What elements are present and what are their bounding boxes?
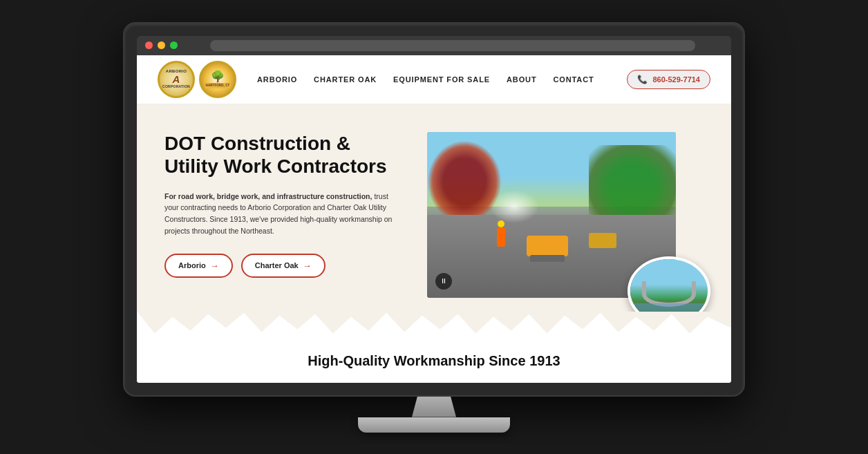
charter-oak-button[interactable]: Charter Oak → [241,254,326,278]
steam-effect [489,190,539,223]
monitor-wrapper: ARBORIO A CORPORATION 🌳 HARTFORD, CT [123,22,745,433]
phone-button[interactable]: 📞 860-529-7714 [627,70,710,89]
worker-body [497,227,505,247]
browser-chrome [137,36,731,55]
phone-icon: 📞 [637,75,648,84]
bridge-thumbnail [628,256,710,312]
tagline-text: High-Quality Workmanship Since 1913 [151,353,717,369]
arborio-arrow-icon: → [210,261,219,271]
worker-head [498,220,504,227]
arborio-button[interactable]: Arborio → [164,254,233,278]
hero-text-content: DOT Construction & Utility Work Contract… [164,132,399,312]
machinery-2 [589,233,616,248]
monitor-neck [406,397,462,417]
pause-icon: ⏸ [440,277,447,285]
minimize-button[interactable] [158,41,165,49]
arborio-button-label: Arborio [178,261,206,269]
hero-title: DOT Construction & Utility Work Contract… [164,132,399,178]
monitor-base [358,417,510,433]
torn-paper-divider [137,312,731,339]
address-bar[interactable] [210,40,695,51]
close-button[interactable] [145,41,153,49]
navigation: ARBORIO A CORPORATION 🌳 HARTFORD, CT [137,55,731,104]
phone-number: 860-529-7714 [652,75,700,84]
pause-button[interactable]: ⏸ [435,273,452,290]
website-screen: ARBORIO A CORPORATION 🌳 HARTFORD, CT [137,55,731,383]
bridge-water [630,303,708,312]
road-machinery [527,236,568,256]
nav-link-charter-oak[interactable]: CHARTER OAK [314,75,377,84]
monitor-body: ARBORIO A CORPORATION 🌳 HARTFORD, CT [123,22,745,397]
nav-link-about[interactable]: ABOUT [507,75,537,84]
nav-link-contact[interactable]: CONTACT [554,75,594,84]
bridge-scene [630,259,708,312]
hero-buttons: Arborio → Charter Oak → [164,254,399,278]
arborio-logo[interactable]: ARBORIO A CORPORATION [158,61,195,98]
charter-oak-arrow-icon: → [303,261,312,271]
hero-images: ⏸ [427,132,704,312]
tagline-section: High-Quality Workmanship Since 1913 [137,339,731,383]
nav-link-arborio[interactable]: ARBORIO [257,75,297,84]
hero-section: DOT Construction & Utility Work Contract… [137,104,731,312]
charter-oak-logo[interactable]: 🌳 HARTFORD, CT [199,61,236,98]
nav-links: ARBORIO CHARTER OAK EQUIPMENT FOR SALE A… [257,75,627,84]
maximize-button[interactable] [170,41,178,49]
logo-group: ARBORIO A CORPORATION 🌳 HARTFORD, CT [158,61,236,98]
hero-description: For road work, bridge work, and infrastr… [164,191,399,237]
hero-description-bold: For road work, bridge work, and infrastr… [164,192,372,200]
worker-figure [497,220,507,248]
charter-oak-button-label: Charter Oak [255,261,299,269]
nav-link-equipment[interactable]: EQUIPMENT FOR SALE [393,75,490,84]
